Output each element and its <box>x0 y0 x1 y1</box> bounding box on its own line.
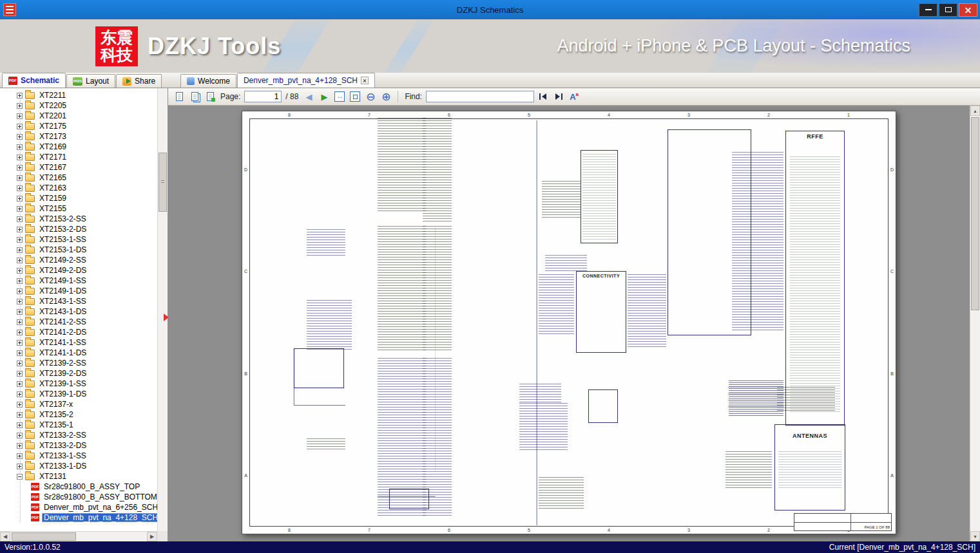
tree-folder-row[interactable]: XT2133-1-DS <box>17 461 157 471</box>
tree-folder-row[interactable]: XT2135-1 <box>17 420 157 430</box>
expand-toggle-icon[interactable] <box>17 453 23 459</box>
previous-page-button[interactable]: ◀ <box>302 90 315 103</box>
expand-toggle-icon[interactable] <box>17 185 23 191</box>
tree-folder-row[interactable]: XT2169 <box>17 142 157 152</box>
tab-layout[interactable]: Layout <box>66 74 115 88</box>
tree-folder-row[interactable]: XT2139-1-SS <box>17 379 157 389</box>
expand-toggle-icon[interactable] <box>17 113 23 119</box>
tree-folder-row[interactable]: XT2205 <box>17 100 157 111</box>
expand-toggle-icon[interactable] <box>17 93 23 98</box>
tree-folder-row[interactable]: XT2141-1-DS <box>17 348 157 358</box>
expand-toggle-icon[interactable] <box>17 206 23 212</box>
expand-toggle-icon[interactable] <box>17 309 23 315</box>
fit-width-button[interactable]: ↔ <box>333 90 346 103</box>
expand-toggle-icon[interactable] <box>17 319 23 325</box>
expand-toggle-icon[interactable] <box>17 278 23 284</box>
expand-toggle-icon[interactable] <box>17 175 23 181</box>
expand-toggle-icon[interactable] <box>17 433 23 438</box>
expand-toggle-icon[interactable] <box>17 268 23 274</box>
close-button[interactable] <box>959 3 977 17</box>
scroll-up-icon[interactable]: ▲ <box>970 106 980 116</box>
expand-toggle-icon[interactable] <box>17 350 23 356</box>
expand-toggle-icon[interactable] <box>17 340 23 346</box>
zoom-in-button[interactable]: ⊕ <box>380 90 392 103</box>
expand-toggle-icon[interactable] <box>17 330 23 335</box>
scrollbar-thumb[interactable] <box>12 532 76 541</box>
scroll-left-icon[interactable]: ◀ <box>0 532 10 541</box>
sidebar-horizontal-scrollbar[interactable]: ◀ ▶ <box>0 531 157 541</box>
tree-folder-row[interactable]: XT2159 <box>17 193 157 203</box>
expand-toggle-icon[interactable] <box>17 299 23 305</box>
tree-folder-row[interactable]: XT2131 <box>17 471 157 482</box>
tree-folder-row[interactable]: XT2211 <box>17 90 157 100</box>
find-previous-button[interactable] <box>537 90 550 103</box>
tree-folder-row[interactable]: XT2153-1-SS <box>17 234 157 245</box>
expand-toggle-icon[interactable] <box>17 288 23 294</box>
tree-folder-row[interactable]: XT2143-1-SS <box>17 296 157 306</box>
find-next-button[interactable] <box>552 90 565 103</box>
expand-toggle-icon[interactable] <box>17 144 23 150</box>
expand-toggle-icon[interactable] <box>17 227 23 232</box>
expand-toggle-icon[interactable] <box>17 361 23 366</box>
tree-folder-row[interactable]: XT2201 <box>17 111 157 121</box>
single-page-view-button[interactable] <box>173 90 186 103</box>
tree-folder-row[interactable]: XT2141-2-SS <box>17 317 157 327</box>
tree-folder-row[interactable]: XT2149-1-SS <box>17 276 157 286</box>
tree-folder-row[interactable]: XT2163 <box>17 183 157 193</box>
expand-toggle-icon[interactable] <box>17 371 23 377</box>
tree-folder-row[interactable]: XT2167 <box>17 162 157 173</box>
find-input[interactable] <box>426 91 534 102</box>
tree-folder-row[interactable]: XT2143-1-DS <box>17 306 157 317</box>
expand-toggle-icon[interactable] <box>17 155 23 160</box>
expand-toggle-icon[interactable] <box>17 443 23 449</box>
tab-schematic[interactable]: Schematic <box>2 73 66 88</box>
tree-file-row[interactable]: Denver_mb_pvt_na_4+128_SCH <box>31 512 157 523</box>
tree-folder-row[interactable]: XT2155 <box>17 203 157 214</box>
expand-toggle-icon[interactable] <box>17 237 23 243</box>
maximize-button[interactable] <box>939 3 957 17</box>
expand-toggle-icon[interactable] <box>17 216 23 222</box>
tree-folder-row[interactable]: XT2153-2-SS <box>17 214 157 224</box>
tree-folder-row[interactable]: XT2165 <box>17 173 157 183</box>
expand-toggle-icon[interactable] <box>17 196 23 202</box>
tree-folder-row[interactable]: XT2149-1-DS <box>17 286 157 296</box>
tree-file-row[interactable]: Sr28c91800_B_ASSY_BOTTOM <box>31 492 157 502</box>
tree-folder-row[interactable]: XT2139-2-SS <box>17 358 157 368</box>
next-page-button[interactable]: ▶ <box>318 90 331 103</box>
page-number-input[interactable] <box>244 91 282 102</box>
expand-toggle-icon[interactable] <box>17 258 23 263</box>
minimize-button[interactable] <box>919 3 937 17</box>
expand-toggle-icon[interactable] <box>17 422 23 428</box>
tree-folder-row[interactable]: XT2173 <box>17 131 157 142</box>
facing-page-view-button[interactable] <box>188 90 201 103</box>
expand-toggle-icon[interactable] <box>17 402 23 408</box>
continuous-view-button[interactable] <box>204 90 216 103</box>
expand-toggle-icon[interactable] <box>17 464 23 469</box>
tree-folder-row[interactable]: XT2153-2-DS <box>17 224 157 234</box>
tree-folder-row[interactable]: XT2141-1-SS <box>17 337 157 348</box>
scroll-down-icon[interactable]: ▼ <box>970 531 980 541</box>
sidebar-splitter-arrow[interactable] <box>164 314 169 321</box>
tree-folder-row[interactable]: XT2153-1-DS <box>17 245 157 255</box>
tree-folder-row[interactable]: XT2135-2 <box>17 409 157 420</box>
expand-toggle-icon[interactable] <box>17 247 23 253</box>
expand-toggle-icon[interactable] <box>17 103 23 109</box>
tree-file-row[interactable]: Sr28c91800_B_ASSY_TOP <box>31 482 157 492</box>
match-case-button[interactable] <box>568 90 581 103</box>
tree-folder-row[interactable]: XT2139-2-DS <box>17 368 157 379</box>
doc-tab-denver[interactable]: Denver_mb_pvt_na_4+128_SCH <box>237 73 375 88</box>
expand-toggle-icon[interactable] <box>17 381 23 387</box>
tree-folder-row[interactable]: XT2149-2-SS <box>17 255 157 265</box>
tree-folder-row[interactable]: XT2175 <box>17 121 157 131</box>
viewer-canvas[interactable]: 87654321 87654321 DCBA DCBA <box>168 106 980 541</box>
tab-share[interactable]: Share <box>116 74 162 88</box>
expand-toggle-icon[interactable] <box>17 391 23 397</box>
expand-toggle-icon[interactable] <box>17 124 23 129</box>
expand-toggle-icon[interactable] <box>17 412 23 418</box>
expand-toggle-icon[interactable] <box>17 474 23 480</box>
tree-folder-row[interactable]: XT2133-2-SS <box>17 430 157 440</box>
close-tab-icon[interactable] <box>361 77 369 84</box>
tree-folder-row[interactable]: XT2171 <box>17 152 157 162</box>
tree-folder-row[interactable]: XT2133-2-DS <box>17 440 157 451</box>
scrollbar-thumb[interactable] <box>971 117 979 310</box>
